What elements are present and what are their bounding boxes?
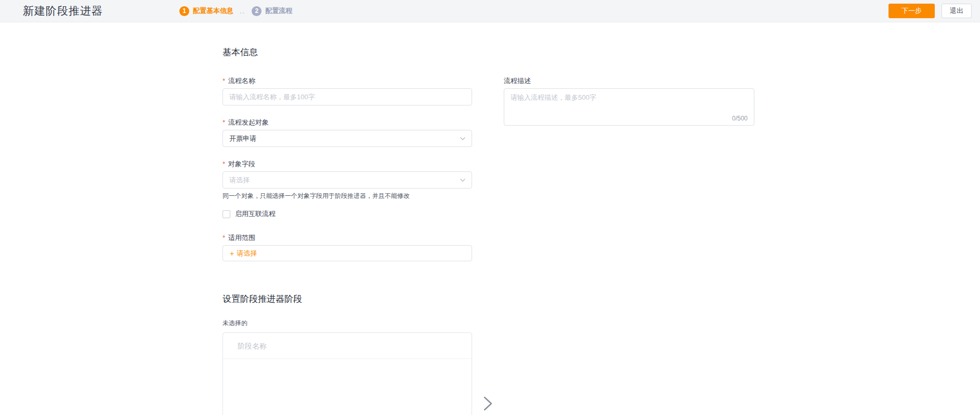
page-title: 新建阶段推进器: [23, 4, 103, 18]
required-asterisk: *: [223, 77, 225, 85]
object-field-label: 对象字段: [228, 160, 255, 168]
required-asterisk: *: [223, 160, 225, 168]
header-bar: 新建阶段推进器 1 配置基本信息 .. 2 配置流程 下一步 退出: [0, 0, 980, 22]
chevron-down-icon: [460, 177, 466, 183]
step-2-number-badge: 2: [252, 6, 262, 16]
scope-select[interactable]: + 请选择: [223, 245, 472, 261]
initiating-object-selected-value: 开票申请: [229, 134, 256, 143]
initiating-object-field-label: * 流程发起对象: [223, 118, 472, 126]
scope-label: 适用范围: [228, 234, 255, 242]
step-indicator: 1 配置基本信息 .. 2 配置流程: [179, 0, 292, 22]
step-1-number-badge: 1: [179, 6, 189, 16]
scope-field-label: * 适用范围: [223, 234, 472, 242]
step-configure-basic-info: 1 配置基本信息: [179, 6, 233, 16]
exit-button[interactable]: 退出: [942, 4, 972, 18]
required-asterisk: *: [223, 234, 225, 242]
object-field-field-label: * 对象字段: [223, 160, 472, 168]
chevron-right-icon[interactable]: [480, 395, 495, 412]
process-name-field-label: * 流程名称: [223, 77, 472, 85]
enable-linked-process-row[interactable]: 启用互联流程: [223, 209, 472, 219]
process-name-input[interactable]: [223, 88, 472, 105]
character-counter: 0/500: [732, 115, 748, 122]
stage-section-title: 设置阶段推进器阶段: [223, 294, 472, 304]
next-step-button[interactable]: 下一步: [888, 4, 935, 18]
description-column: 流程描述 0/500: [504, 22, 754, 126]
object-field-placeholder: 请选择: [229, 176, 250, 185]
object-field-select[interactable]: 请选择: [223, 171, 472, 189]
chevron-down-icon: [460, 136, 466, 142]
basic-info-column: 基本信息 * 流程名称 * 流程发起对象 开票申请 * 对象字段 请选择 同一个…: [223, 22, 472, 415]
plus-icon: +: [230, 249, 234, 258]
initiating-object-select[interactable]: 开票申请: [223, 130, 472, 147]
stage-name-input[interactable]: [223, 333, 472, 359]
unselected-stages-panel: [223, 332, 472, 415]
scope-placeholder: 请选择: [237, 249, 257, 258]
required-asterisk: *: [223, 118, 225, 126]
description-textarea[interactable]: [504, 89, 754, 112]
basic-info-section-title: 基本信息: [223, 47, 472, 58]
checkbox-unchecked-icon[interactable]: [223, 210, 230, 218]
step-separator-dots: ..: [240, 7, 245, 15]
object-field-helper-text: 同一个对象，只能选择一个对象字段用于阶段推进器，并且不能修改: [223, 192, 472, 200]
step-2-label: 配置流程: [265, 6, 292, 16]
step-1-label: 配置基本信息: [193, 6, 233, 16]
initiating-object-label: 流程发起对象: [228, 118, 269, 126]
description-textarea-wrap: 0/500: [504, 88, 754, 126]
unselected-stages-label: 未选择的: [223, 319, 472, 328]
header-actions: 下一步 退出: [888, 0, 972, 22]
process-name-label: 流程名称: [228, 77, 255, 85]
description-label: 流程描述: [504, 77, 754, 85]
enable-linked-process-label: 启用互联流程: [235, 209, 276, 219]
step-configure-flow: 2 配置流程: [252, 6, 292, 16]
